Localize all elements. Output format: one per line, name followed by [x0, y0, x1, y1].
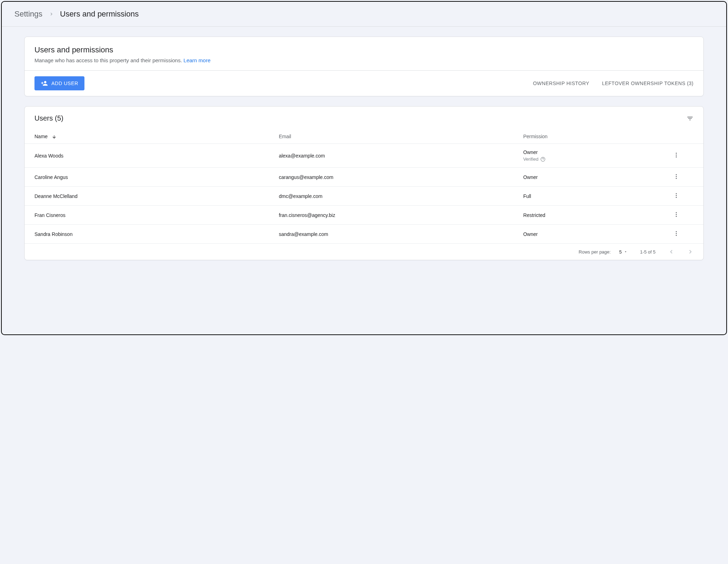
column-header-actions	[649, 127, 703, 144]
svg-point-15	[676, 231, 677, 232]
user-permission: Owner	[513, 225, 649, 244]
column-header-name[interactable]: Name	[25, 127, 269, 144]
person-add-icon	[41, 80, 48, 87]
svg-point-5	[676, 156, 677, 158]
toolbar: ADD USER OWNERSHIP HISTORY LEFTOVER OWNE…	[25, 70, 703, 96]
header-card: Users and permissions Manage who has acc…	[24, 37, 704, 96]
table-header-row: Name Email Permission	[25, 127, 703, 144]
user-email: sandra@example.com	[269, 225, 513, 244]
user-permission: OwnerVerified	[513, 144, 649, 168]
users-table-card: Users (5) Name Email Permission	[24, 106, 704, 260]
more-vert-icon	[673, 173, 679, 180]
rows-per-page: Rows per page: 5	[579, 249, 627, 255]
more-vert-icon	[673, 230, 679, 237]
description-text: Manage who has access to this property a…	[34, 57, 182, 63]
card-header: Users and permissions Manage who has acc…	[25, 37, 703, 70]
add-user-button[interactable]: ADD USER	[34, 76, 84, 90]
user-name: Caroline Angus	[25, 168, 269, 187]
pagination: Rows per page: 5 1-5 of 5	[25, 244, 703, 260]
table-row: Caroline Anguscarangus@example.comOwner	[25, 168, 703, 187]
permission-value: Owner	[523, 149, 639, 155]
user-email: carangus@example.com	[269, 168, 513, 187]
svg-point-17	[676, 235, 677, 236]
page-title: Users and permissions	[34, 45, 694, 55]
users-table: Name Email Permission Alexa Woodsalexa@e…	[25, 127, 703, 244]
permission-value: Full	[523, 193, 639, 199]
user-permission: Full	[513, 187, 649, 206]
user-email: dmc@example.com	[269, 187, 513, 206]
svg-point-13	[676, 214, 677, 215]
row-actions-button[interactable]	[649, 225, 703, 244]
previous-page-button[interactable]	[668, 249, 675, 255]
pager	[668, 249, 694, 255]
svg-point-16	[676, 233, 677, 234]
row-actions-button[interactable]	[649, 206, 703, 225]
permission-value: Restricted	[523, 212, 639, 218]
breadcrumb: Settings Users and permissions	[2, 2, 726, 27]
user-name: Alexa Woods	[25, 144, 269, 168]
user-email: alexa@example.com	[269, 144, 513, 168]
ownership-history-link[interactable]: OWNERSHIP HISTORY	[533, 81, 589, 86]
app-frame: Settings Users and permissions Users and…	[1, 1, 727, 335]
user-name: Deanne McClelland	[25, 187, 269, 206]
add-user-label: ADD USER	[51, 81, 78, 86]
breadcrumb-root[interactable]: Settings	[14, 9, 43, 19]
row-actions-button[interactable]	[649, 144, 703, 168]
svg-point-11	[676, 197, 677, 198]
user-email: fran.cisneros@agency.biz	[269, 206, 513, 225]
leftover-tokens-link[interactable]: LEFTOVER OWNERSHIP TOKENS (3)	[602, 81, 694, 86]
user-name: Sandra Robinson	[25, 225, 269, 244]
svg-point-9	[676, 193, 677, 194]
rows-per-page-label: Rows per page:	[579, 249, 611, 255]
next-page-button[interactable]	[687, 249, 694, 255]
svg-point-14	[676, 216, 677, 217]
rows-per-page-value: 5	[619, 249, 622, 255]
page-description: Manage who has access to this property a…	[34, 57, 694, 63]
table-title: Users (5)	[34, 114, 63, 122]
learn-more-link[interactable]: Learn more	[184, 57, 211, 63]
user-permission: Owner	[513, 168, 649, 187]
pagination-range: 1-5 of 5	[640, 249, 656, 255]
help-icon[interactable]	[540, 157, 545, 162]
filter-icon[interactable]	[686, 115, 694, 122]
permission-value: Owner	[523, 174, 639, 180]
rows-per-page-select[interactable]: 5	[619, 249, 627, 255]
breadcrumb-current: Users and permissions	[60, 9, 139, 19]
user-permission: Restricted	[513, 206, 649, 225]
column-header-permission[interactable]: Permission	[513, 127, 649, 144]
more-vert-icon	[673, 211, 679, 218]
row-actions-button[interactable]	[649, 187, 703, 206]
chevron-right-icon	[49, 12, 54, 17]
table-row: Alexa Woodsalexa@example.comOwnerVerifie…	[25, 144, 703, 168]
column-header-email[interactable]: Email	[269, 127, 513, 144]
user-name: Fran Cisneros	[25, 206, 269, 225]
table-head: Users (5)	[25, 107, 703, 127]
svg-point-12	[676, 212, 677, 213]
svg-point-10	[676, 195, 677, 196]
svg-point-7	[676, 176, 677, 177]
more-vert-icon	[673, 192, 679, 199]
table-row: Deanne McClellanddmc@example.comFull	[25, 187, 703, 206]
permission-value: Owner	[523, 231, 639, 237]
verified-badge: Verified	[523, 156, 639, 162]
more-vert-icon	[673, 152, 679, 158]
toolbar-links: OWNERSHIP HISTORY LEFTOVER OWNERSHIP TOK…	[533, 81, 694, 86]
svg-point-8	[676, 178, 677, 179]
svg-point-4	[676, 155, 677, 156]
svg-point-3	[676, 153, 677, 154]
row-actions-button[interactable]	[649, 168, 703, 187]
column-header-name-label: Name	[34, 134, 48, 139]
table-row: Sandra Robinsonsandra@example.comOwner	[25, 225, 703, 244]
caret-down-icon	[624, 250, 627, 254]
svg-point-6	[676, 174, 677, 175]
arrow-down-icon	[52, 134, 57, 139]
table-row: Fran Cisnerosfran.cisneros@agency.bizRes…	[25, 206, 703, 225]
